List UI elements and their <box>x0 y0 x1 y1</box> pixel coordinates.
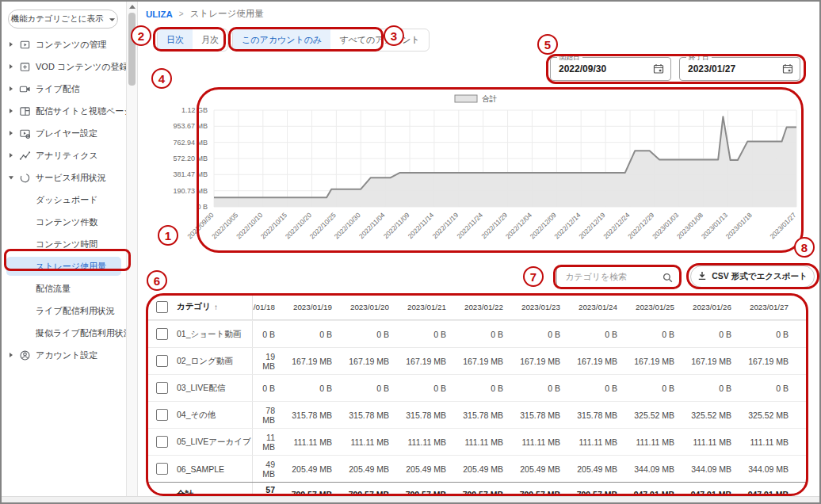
breadcrumb-root[interactable]: ULIZA <box>146 10 173 19</box>
cell-value: 11 MB <box>253 433 284 452</box>
sidebar-item-擬似ライブ配信利用状況[interactable]: 擬似ライブ配信利用状況 <box>2 322 126 344</box>
svg-text:合計: 合計 <box>482 94 498 103</box>
sidebar-item-コンテンツ時間[interactable]: コンテンツ時間 <box>2 233 126 255</box>
storage-usage-chart: 0 B190.73 MB381.47 MB572.20 MB762.94 MB9… <box>141 90 807 249</box>
column-header-date: 2023/01/26 <box>684 303 741 311</box>
sidebar-item-account-settings[interactable]: アカウント設定 <box>2 344 126 366</box>
row-checkbox[interactable] <box>156 328 168 340</box>
svg-text:2022/10/30: 2022/10/30 <box>333 211 362 240</box>
scrollbar-thumb[interactable] <box>128 13 136 86</box>
calendar-icon[interactable] <box>782 63 793 78</box>
sidebar-item-label: 配信サイトと視聴ページ <box>36 105 133 117</box>
category-name: 03_LIVE配信 <box>177 375 253 401</box>
cell-value: 0 B <box>741 330 798 339</box>
chevron-right-icon <box>8 130 14 136</box>
column-header-category[interactable]: カテゴリ↑ <box>177 294 253 319</box>
player-settings-icon <box>19 128 31 139</box>
sidebar-item-sites-pages[interactable]: 配信サイトと視聴ページ <box>2 100 126 122</box>
cell-value: 167.19 MB <box>741 357 798 366</box>
sidebar-item-コンテンツ件数[interactable]: コンテンツ件数 <box>2 211 126 233</box>
cell-value: 315.78 MB <box>570 410 627 420</box>
cell-value: 0 B <box>513 330 570 339</box>
cell-value: 205.49 MB <box>284 464 342 474</box>
table-row: 06_SAMPLE49 MB205.49 MB205.49 MB205.49 M… <box>147 455 808 482</box>
sidebar-item-label: アカウント設定 <box>36 349 97 361</box>
annotation-7: 7 <box>523 266 544 287</box>
start-date-value: 2022/09/30 <box>559 58 606 80</box>
cell-value: 0 B <box>284 384 342 393</box>
column-header-date: 2023/01/19 <box>284 303 342 311</box>
cell-value: 0 B <box>684 330 741 339</box>
cell-value: 0 B <box>399 384 456 393</box>
tab-daily[interactable]: 日次 <box>158 29 193 51</box>
videocam-icon <box>19 83 31 95</box>
cell-value: 0 B <box>741 384 798 393</box>
sidebar-item-ダッシュボード[interactable]: ダッシュボード <box>2 189 126 211</box>
svg-text:1.12 GB: 1.12 GB <box>181 106 208 114</box>
sidebar-item-ストレージ使用量[interactable]: ストレージ使用量 <box>6 257 121 276</box>
cell-value: 0 B <box>456 384 513 393</box>
horizontal-scrollbar[interactable] <box>2 496 819 503</box>
breadcrumb-separator: > <box>179 10 184 18</box>
annotation-3: 3 <box>384 25 404 46</box>
category-name: 01_ショート動画 <box>177 321 253 347</box>
row-checkbox[interactable] <box>156 301 168 313</box>
cell-value: 0 B <box>570 384 627 393</box>
cell-value: 111.11 MB <box>456 437 513 447</box>
cell-value: 0 B <box>342 330 399 339</box>
svg-text:762.94 MB: 762.94 MB <box>173 139 208 147</box>
sidebar-item-player-settings[interactable]: プレイヤー設定 <box>2 122 126 144</box>
sidebar-item-contents-management[interactable]: コンテンツの管理 <box>2 33 126 55</box>
sidebar-item-analytics[interactable]: アナリティクス <box>2 144 126 166</box>
tab-monthly[interactable]: 月次 <box>193 29 227 51</box>
sidebar-item-live[interactable]: ライブ配信 <box>2 78 126 100</box>
row-checkbox[interactable] <box>156 355 168 367</box>
column-header-date: 2023/01/21 <box>399 303 456 311</box>
sidebar-item-vod-register[interactable]: VOD コンテンツの登録 <box>2 55 126 78</box>
svg-text:2023/01/27: 2023/01/27 <box>768 211 797 240</box>
cell-value: 315.78 MB <box>284 410 342 420</box>
cell-value: 344.09 MB <box>684 464 741 474</box>
checkbox-cell <box>147 409 177 421</box>
cell-value: 0 B <box>627 330 684 339</box>
start-date-field[interactable]: 開始日 2022/09/30 <box>550 57 671 81</box>
csv-export-button[interactable]: CSV 形式でエクスポート <box>690 265 815 288</box>
row-checkbox[interactable] <box>156 409 168 421</box>
cell-value: 111.11 MB <box>684 437 741 447</box>
cell-value: 49 MB <box>253 460 284 479</box>
tab-all-accounts[interactable]: すべてのアカウント <box>330 29 428 51</box>
row-checkbox[interactable] <box>156 382 168 394</box>
annotation-1: 1 <box>158 225 178 246</box>
cell-value: 78 MB <box>253 406 284 425</box>
cell-value: 315.78 MB <box>342 410 399 420</box>
category-display-toggle[interactable]: 機能カテゴリごとに表示 <box>8 10 118 29</box>
cell-value: 111.11 MB <box>627 437 684 447</box>
cell-value: 167.19 MB <box>342 357 399 366</box>
cell-value: 205.49 MB <box>399 464 456 474</box>
table-header-row: カテゴリ↑/01/182023/01/192023/01/202023/01/2… <box>147 294 808 320</box>
sidebar-scrollbar[interactable] <box>126 2 138 496</box>
sidebar-item-label: サービス利用状況 <box>36 172 106 184</box>
sidebar-item-label: コンテンツの管理 <box>36 39 107 51</box>
row-checkbox[interactable] <box>156 436 168 448</box>
chevron-right-icon <box>8 108 14 114</box>
category-search-input[interactable]: カテゴリを検索 <box>556 266 681 288</box>
row-checkbox[interactable] <box>156 463 168 475</box>
calendar-icon[interactable] <box>653 63 664 78</box>
column-header-date: 2023/01/24 <box>570 303 627 311</box>
sidebar-item-ライブ配信利用状況[interactable]: ライブ配信利用状況 <box>2 300 126 322</box>
sidebar-item-service-usage[interactable]: サービス利用状況 <box>2 166 126 189</box>
cell-value: 325.52 MB <box>627 410 684 420</box>
scroll-up-icon[interactable] <box>129 5 136 9</box>
column-header-date: 2023/01/22 <box>456 303 513 311</box>
sidebar-item-配信流量[interactable]: 配信流量 <box>2 277 126 300</box>
category-name: 05_LIVEアーカイブ <box>177 429 253 455</box>
end-date-field[interactable]: 終了日 2023/01/27 <box>679 57 800 81</box>
cell-value: 325.52 MB <box>741 410 798 420</box>
tab-this-account-only[interactable]: このアカウントのみ <box>233 29 330 51</box>
svg-text:381.47 MB: 381.47 MB <box>173 170 208 178</box>
cell-value: 315.78 MB <box>513 410 570 420</box>
category-name: 02_ロング動画 <box>177 348 253 374</box>
cell-value: 344.09 MB <box>627 464 684 474</box>
cell-value: 315.78 MB <box>456 410 513 420</box>
